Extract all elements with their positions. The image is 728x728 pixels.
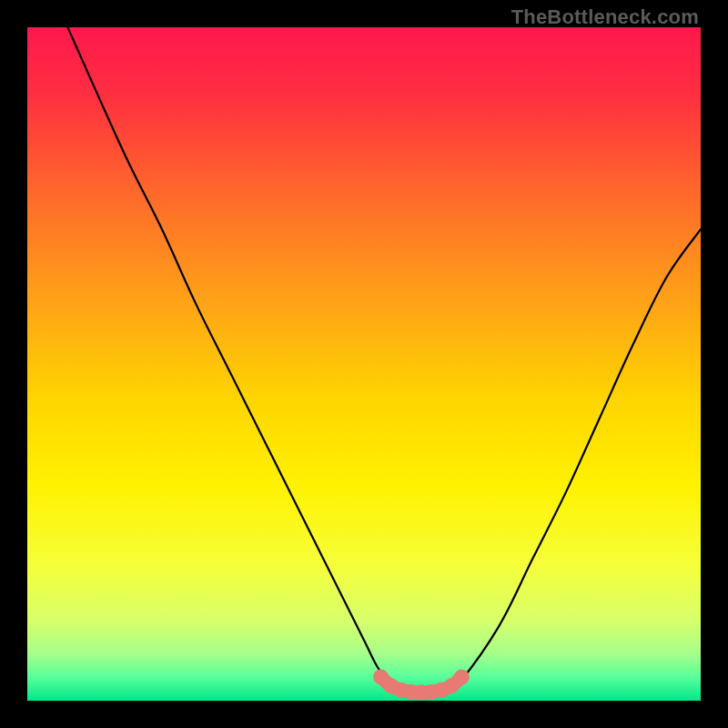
chart-frame: TheBottleneck.com xyxy=(0,0,728,728)
chart-svg xyxy=(27,27,701,701)
gradient-background xyxy=(27,27,701,701)
marker-dot xyxy=(454,670,470,685)
plot-area xyxy=(27,27,701,701)
watermark-text: TheBottleneck.com xyxy=(511,5,699,29)
